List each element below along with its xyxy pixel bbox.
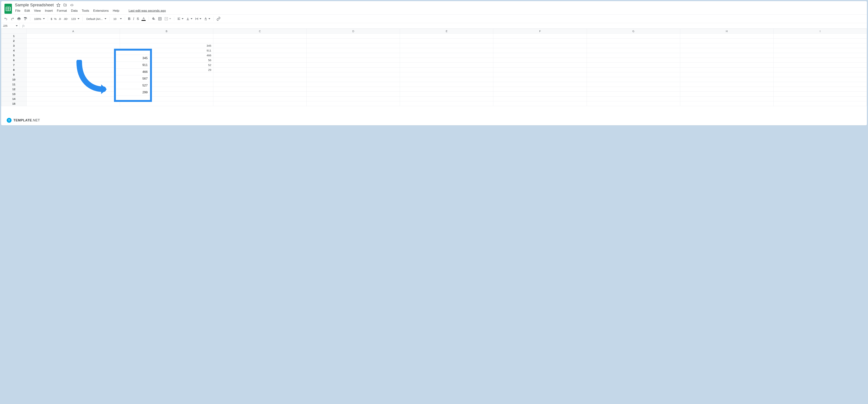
cell-E7[interactable] (400, 63, 493, 67)
cell-D3[interactable] (307, 43, 400, 48)
menu-format[interactable]: Format (57, 9, 67, 13)
cell-G1[interactable] (587, 34, 680, 38)
text-rotation-dropdown[interactable] (203, 17, 211, 21)
fill-color-icon[interactable] (151, 16, 157, 21)
cell-H14[interactable] (680, 96, 773, 101)
document-title[interactable]: Sample Spreadsheet (15, 3, 54, 7)
paint-format-icon[interactable] (22, 16, 28, 21)
cell-B1[interactable] (120, 34, 213, 38)
insert-link-icon[interactable] (215, 16, 222, 22)
formula-input[interactable] (27, 23, 867, 28)
cell-E8[interactable] (400, 67, 493, 72)
menu-file[interactable]: File (15, 9, 20, 13)
cell-I15[interactable] (773, 101, 867, 106)
cell-D4[interactable] (307, 48, 400, 53)
zoom-dropdown[interactable]: 100% (32, 17, 46, 21)
column-header-A[interactable]: A (26, 29, 120, 34)
cell-B2[interactable] (120, 38, 213, 43)
cell-H4[interactable] (680, 48, 773, 53)
decrease-decimal-icon[interactable]: .0↓ (58, 17, 62, 21)
cell-B12[interactable] (120, 87, 213, 92)
column-header-D[interactable]: D (307, 29, 400, 34)
column-header-E[interactable]: E (400, 29, 493, 34)
menu-help[interactable]: Help (113, 9, 119, 13)
cell-C15[interactable] (213, 101, 307, 106)
cell-A6[interactable] (26, 58, 120, 63)
menu-extensions[interactable]: Extensions (93, 9, 108, 13)
cell-H9[interactable] (680, 72, 773, 77)
cell-E10[interactable] (400, 77, 493, 82)
cell-D15[interactable] (307, 101, 400, 106)
cell-F13[interactable] (493, 92, 587, 96)
row-header-15[interactable]: 15 (1, 101, 27, 106)
cell-A12[interactable] (26, 87, 120, 92)
cell-G6[interactable] (587, 58, 680, 63)
cell-F1[interactable] (493, 34, 587, 38)
row-header-10[interactable]: 10 (1, 77, 27, 82)
merge-cells-dropdown[interactable] (163, 16, 172, 21)
cell-E5[interactable] (400, 53, 493, 58)
cell-G12[interactable] (587, 87, 680, 92)
cell-A2[interactable] (26, 38, 120, 43)
row-header-4[interactable]: 4 (1, 48, 27, 53)
font-dropdown[interactable]: Default (Ari... (85, 17, 107, 21)
cell-I1[interactable] (773, 34, 867, 38)
italic-icon[interactable]: I (132, 16, 135, 22)
cell-I12[interactable] (773, 87, 867, 92)
cell-I6[interactable] (773, 58, 867, 63)
more-formats-dropdown[interactable]: 123 (69, 17, 81, 21)
cell-H3[interactable] (680, 43, 773, 48)
cell-C3[interactable] (213, 43, 307, 48)
cell-F15[interactable] (493, 101, 587, 106)
cell-C12[interactable] (213, 87, 307, 92)
cell-I2[interactable] (773, 38, 867, 43)
increase-decimal-icon[interactable]: .00↑ (63, 17, 69, 21)
cell-A4[interactable] (26, 48, 120, 53)
cell-A7[interactable] (26, 63, 120, 67)
cell-G8[interactable] (587, 67, 680, 72)
cell-D11[interactable] (307, 82, 400, 87)
cell-E3[interactable] (400, 43, 493, 48)
percent-icon[interactable]: % (53, 17, 57, 21)
row-header-5[interactable]: 5 (1, 53, 27, 58)
cell-C14[interactable] (213, 96, 307, 101)
text-color-icon[interactable]: A (141, 16, 147, 22)
cell-C11[interactable] (213, 82, 307, 87)
cell-D1[interactable] (307, 34, 400, 38)
strikethrough-icon[interactable]: S (135, 16, 140, 22)
row-header-7[interactable]: 7 (1, 63, 27, 67)
select-all-corner[interactable] (1, 29, 27, 34)
cell-H12[interactable] (680, 87, 773, 92)
cell-C7[interactable] (213, 63, 307, 67)
cell-H2[interactable] (680, 38, 773, 43)
cell-B4[interactable]: 911 (120, 48, 213, 53)
cell-H5[interactable] (680, 53, 773, 58)
cell-A15[interactable] (26, 101, 120, 106)
cell-H6[interactable] (680, 58, 773, 63)
cell-I11[interactable] (773, 82, 867, 87)
cell-F9[interactable] (493, 72, 587, 77)
column-header-I[interactable]: I (773, 29, 867, 34)
cell-E11[interactable] (400, 82, 493, 87)
cell-E12[interactable] (400, 87, 493, 92)
cell-G5[interactable] (587, 53, 680, 58)
cell-D6[interactable] (307, 58, 400, 63)
cell-E2[interactable] (400, 38, 493, 43)
cell-C10[interactable] (213, 77, 307, 82)
cell-G11[interactable] (587, 82, 680, 87)
cell-A9[interactable] (26, 72, 120, 77)
column-header-B[interactable]: B (120, 29, 213, 34)
cell-E9[interactable] (400, 72, 493, 77)
font-size-dropdown[interactable]: 10 (112, 17, 123, 21)
cell-C5[interactable] (213, 53, 307, 58)
cell-E14[interactable] (400, 96, 493, 101)
cell-A10[interactable] (26, 77, 120, 82)
cell-E6[interactable] (400, 58, 493, 63)
cell-H11[interactable] (680, 82, 773, 87)
cell-F5[interactable] (493, 53, 587, 58)
row-header-12[interactable]: 12 (1, 87, 27, 92)
cell-C8[interactable] (213, 67, 307, 72)
cell-B3[interactable]: 345 (120, 43, 213, 48)
column-header-F[interactable]: F (493, 29, 587, 34)
cell-E15[interactable] (400, 101, 493, 106)
